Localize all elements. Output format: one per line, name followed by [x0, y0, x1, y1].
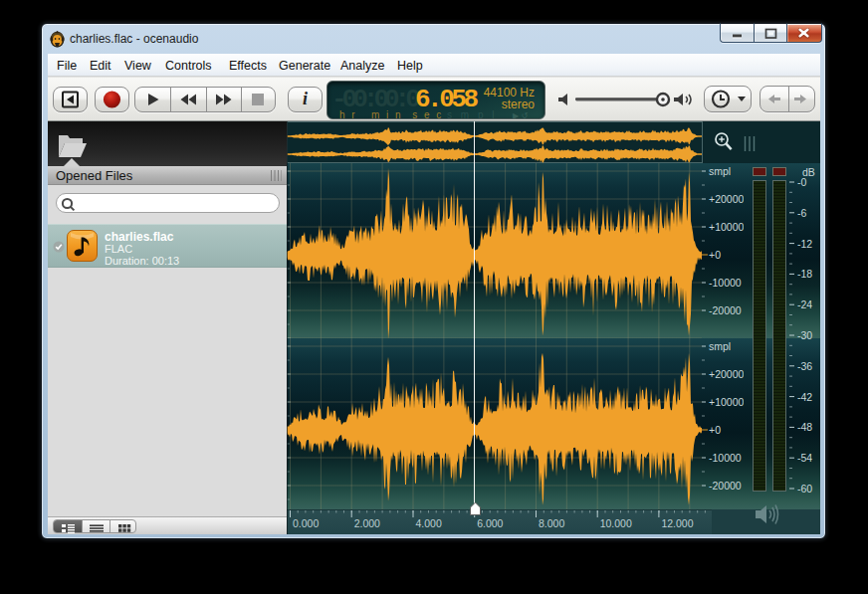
svg-text:+10000: +10000 — [709, 396, 744, 408]
svg-text:-60: -60 — [797, 483, 812, 495]
svg-text:+20000: +20000 — [709, 193, 744, 205]
svg-text:2.000: 2.000 — [354, 517, 380, 529]
svg-text:-30: -30 — [797, 329, 812, 341]
svg-text:-6: -6 — [797, 207, 806, 219]
svg-text:-48: -48 — [797, 421, 812, 433]
svg-text:6.000: 6.000 — [477, 517, 503, 529]
svg-text:4.000: 4.000 — [416, 517, 442, 529]
svg-text:-24: -24 — [797, 298, 812, 310]
svg-text:+20000: +20000 — [709, 368, 744, 380]
svg-text:-12: -12 — [797, 238, 812, 250]
svg-text:+10000: +10000 — [709, 221, 744, 233]
svg-text:+0: +0 — [709, 424, 721, 436]
svg-text:smpl: smpl — [709, 340, 731, 352]
svg-text:-10000: -10000 — [709, 452, 742, 464]
svg-text:10.000: 10.000 — [600, 517, 632, 529]
svg-text:12.000: 12.000 — [661, 517, 693, 529]
svg-text:-0: -0 — [797, 176, 806, 188]
svg-text:-42: -42 — [797, 391, 812, 403]
svg-text:-54: -54 — [797, 452, 812, 464]
svg-text:-20000: -20000 — [709, 480, 742, 492]
svg-text:+0: +0 — [709, 249, 721, 261]
svg-text:-10000: -10000 — [709, 277, 742, 289]
svg-text:-18: -18 — [797, 268, 812, 280]
svg-text:smpl: smpl — [709, 165, 731, 177]
svg-text:-20000: -20000 — [709, 304, 742, 316]
svg-text:-36: -36 — [797, 360, 812, 372]
svg-text:0.000: 0.000 — [293, 517, 319, 529]
svg-text:8.000: 8.000 — [539, 517, 564, 529]
